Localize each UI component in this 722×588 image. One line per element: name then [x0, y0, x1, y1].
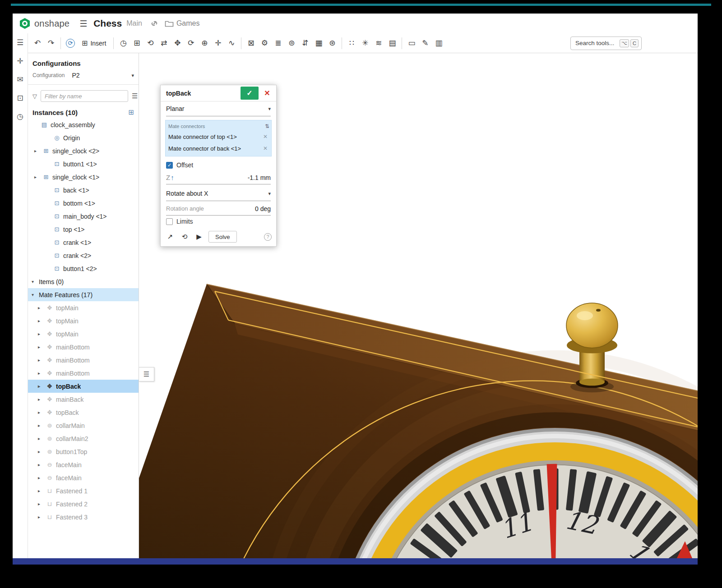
insert-instance-icon[interactable]: ⊞ — [128, 108, 134, 116]
panel-flyout-button[interactable]: ☰ — [139, 367, 154, 381]
sheet-metal-tool[interactable]: ▭ — [405, 37, 418, 50]
mate-topmain-1[interactable]: ▸ ✥ topMain — [28, 301, 139, 314]
revolute-mate-tool[interactable]: ⟲ — [143, 37, 157, 50]
folder-name[interactable]: Games — [176, 19, 200, 28]
remove-connector-icon[interactable]: ✕ — [261, 145, 269, 152]
chevron-right-icon[interactable]: ▸ — [38, 397, 45, 402]
document-menu-icon[interactable]: ☰ — [79, 18, 87, 29]
mate-facemain-1[interactable]: ▸ ⊖ faceMain — [28, 458, 139, 471]
named-positions-tool[interactable]: ≋ — [372, 37, 385, 50]
rotation-axis-select[interactable]: Rotate about X ▾ — [166, 186, 271, 201]
rotation-angle-input[interactable]: 0 deg — [255, 205, 271, 212]
mate-mainbottom-1[interactable]: ▸ ✥ mainBottom — [28, 340, 139, 354]
list-view-icon[interactable]: ☰ — [132, 92, 138, 100]
chevron-right-icon[interactable]: ▸ — [34, 148, 42, 153]
onshape-brand[interactable]: onshape — [19, 18, 69, 29]
mate-mainbottom-2[interactable]: ▸ ✥ mainBottom — [28, 354, 139, 367]
instance-main-body-1[interactable]: ⊡ main_body <1> — [28, 210, 139, 223]
mate-collarmain[interactable]: ▸ ⊚ collarMain — [28, 419, 139, 432]
instance-crank-2[interactable]: ⊡ crank <2> — [28, 249, 139, 262]
offset-checkbox-row[interactable]: ✓ Offset — [161, 159, 276, 171]
insert-button[interactable]: ⊞ Insert — [77, 37, 111, 49]
chevron-right-icon[interactable]: ▸ — [38, 305, 45, 310]
mate-fastened-1[interactable]: ▸ ⊔ Fastened 1 — [28, 484, 139, 497]
mate-mainbottom-3[interactable]: ▸ ✥ mainBottom — [28, 367, 139, 380]
share-link-icon[interactable] — [150, 19, 158, 28]
mate-fastened-2[interactable]: ▸ ⊔ Fastened 2 — [28, 497, 139, 510]
instance-crank-1[interactable]: ⊡ crank <1> — [28, 236, 139, 249]
group-tool[interactable]: ⊠ — [244, 37, 258, 50]
sync-references-button[interactable]: ⟳ — [64, 37, 77, 50]
instance-clock-assembly[interactable]: ▤ clock_assembly — [28, 118, 139, 131]
filter-input[interactable] — [41, 90, 128, 102]
rack-pinion-relation-tool[interactable]: ≣ — [271, 37, 285, 50]
chevron-right-icon[interactable]: ▸ — [38, 514, 45, 519]
mate-connector-item[interactable]: Mate connector of back <1> ✕ — [168, 142, 269, 154]
mate-features-section-header[interactable]: ▾ Mate Features (17) — [28, 288, 139, 301]
chevron-down-icon[interactable]: ▾ — [32, 292, 39, 297]
circular-pattern-tool[interactable]: ⊛ — [325, 37, 339, 50]
search-tools-box[interactable]: Search tools... ⌥ C — [570, 37, 642, 50]
pin-slot-mate-tool[interactable]: ✛ — [211, 37, 225, 50]
mate-connector-item[interactable]: Mate connector of top <1> ✕ — [168, 131, 269, 142]
drawing-tool[interactable]: ✎ — [418, 37, 432, 50]
chevron-right-icon[interactable]: ▸ — [38, 345, 45, 349]
accept-button[interactable]: ✓ — [241, 87, 259, 100]
chevron-right-icon[interactable]: ▸ — [38, 436, 45, 441]
tangent-mate-tool[interactable]: ∿ — [225, 37, 238, 50]
chevron-right-icon[interactable]: ▸ — [38, 423, 45, 428]
z-offset-input[interactable]: -1.1 mm — [248, 174, 271, 181]
replicate-tool[interactable]: ∷ — [345, 37, 358, 50]
mate-collarmain2[interactable]: ▸ ⊚ collarMain2 — [28, 432, 139, 445]
instance-single-clock-2[interactable]: ▸ ⊞ single_clock <2> — [28, 144, 139, 157]
mate-topback-selected[interactable]: ▸ ✥ topBack — [28, 380, 139, 393]
bom-tool[interactable]: ▥ — [432, 37, 445, 50]
chevron-right-icon[interactable]: ▸ — [38, 501, 45, 506]
mates-panel-tab[interactable]: ✛ — [17, 56, 23, 66]
history-panel-tab[interactable]: ◷ — [17, 112, 23, 121]
chevron-right-icon[interactable]: ▸ — [38, 358, 45, 363]
instance-back-1[interactable]: ⊡ back <1> — [28, 184, 139, 197]
instance-top-1[interactable]: ⊡ top <1> — [28, 223, 139, 236]
limits-checkbox-row[interactable]: ✓ Limits — [161, 216, 276, 227]
chevron-right-icon[interactable]: ▸ — [38, 462, 45, 467]
drag-parts-tool[interactable]: ⇵ — [298, 37, 312, 50]
workspace-name[interactable]: Main — [126, 19, 142, 28]
comments-panel-tab[interactable]: ✉ — [17, 75, 23, 84]
mate-type-select[interactable]: Planar ▾ — [166, 101, 271, 116]
offset-checkbox[interactable]: ✓ — [166, 162, 173, 169]
mate-mainback[interactable]: ▸ ✥ mainBack — [28, 393, 139, 406]
slider-mate-tool[interactable]: ⇄ — [157, 37, 171, 50]
screw-relation-tool[interactable]: ⊚ — [285, 37, 298, 50]
planar-mate-tool[interactable]: ✥ — [171, 37, 184, 50]
instance-button1-1[interactable]: ⊡ button1 <1> — [28, 157, 139, 170]
mate-topmain-3[interactable]: ▸ ✥ topMain — [28, 327, 139, 340]
mate-facemain-2[interactable]: ▸ ⊖ faceMain — [28, 471, 139, 484]
chevron-right-icon[interactable]: ▸ — [38, 488, 45, 493]
undo-button[interactable]: ↶ — [31, 37, 44, 50]
cylindrical-mate-tool[interactable]: ⟳ — [184, 37, 198, 50]
gear-relation-tool[interactable]: ⚙ — [258, 37, 271, 50]
chevron-right-icon[interactable]: ▸ — [38, 371, 45, 376]
mate-button1top[interactable]: ▸ ⊚ button1Top — [28, 445, 139, 458]
reorient-secondary-axis-button[interactable]: ⟲ — [180, 233, 190, 241]
linear-pattern-tool[interactable]: ▦ — [312, 37, 325, 50]
mate-topmain-2[interactable]: ▸ ✥ topMain — [28, 314, 139, 327]
chevron-right-icon[interactable]: ▸ — [34, 175, 42, 179]
items-section-header[interactable]: ▾ Items (0) — [28, 275, 139, 288]
fastened-mate-tool[interactable]: ⊞ — [130, 37, 143, 50]
chevron-down-icon[interactable]: ▾ — [131, 73, 134, 78]
chevron-right-icon[interactable]: ▸ — [38, 449, 45, 454]
display-states-tool[interactable]: ▤ — [385, 37, 399, 50]
reorder-connectors-icon[interactable]: ⇅ — [265, 123, 269, 129]
chevron-right-icon[interactable]: ▸ — [38, 331, 45, 336]
exploded-view-tool[interactable]: ✳ — [358, 37, 372, 50]
chevron-right-icon[interactable]: ▸ — [38, 384, 45, 389]
instance-bottom-1[interactable]: ⊡ bottom <1> — [28, 197, 139, 210]
remove-connector-icon[interactable]: ✕ — [261, 133, 269, 140]
redo-button[interactable]: ↷ — [44, 37, 58, 50]
configuration-selector[interactable]: Configuration P2 ▾ — [28, 68, 139, 83]
instance-button1-2[interactable]: ⊡ button1 <2> — [28, 262, 139, 275]
chevron-right-icon[interactable]: ▸ — [38, 475, 45, 480]
animate-mate-button[interactable]: ▶ — [194, 233, 204, 241]
